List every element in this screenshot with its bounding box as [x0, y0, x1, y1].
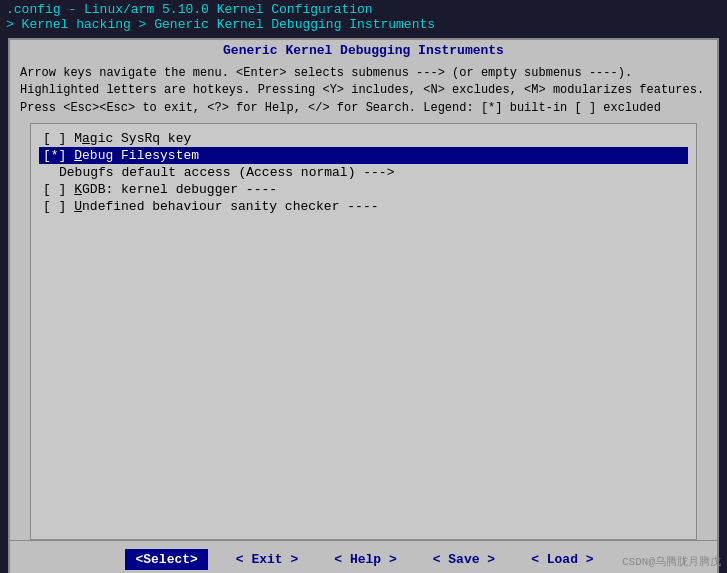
bottom-bar: <Select> < Exit > < Help > < Save > < Lo… — [10, 540, 717, 573]
menu-item-undefined-behaviour[interactable]: [ ] Undefined behaviour sanity checker -… — [39, 198, 688, 215]
breadcrumb: > Kernel hacking > Generic Kernel Debugg… — [6, 17, 435, 32]
main-window: Generic Kernel Debugging Instruments Arr… — [8, 38, 719, 573]
menu-item-debugfs-default[interactable]: Debugfs default access (Access normal) -… — [39, 164, 688, 181]
menu-item-kgdb[interactable]: [ ] KGDB: kernel debugger ---- — [39, 181, 688, 198]
bracket: [ ] — [43, 131, 74, 146]
label: KGDB: kernel debugger ---- — [74, 182, 277, 197]
bracket: [*] — [43, 148, 74, 163]
label: Debug Filesystem — [74, 148, 199, 163]
menu-area: [ ] Magic SysRq key [*] Debug Filesystem… — [30, 123, 697, 540]
select-button[interactable]: <Select> — [125, 549, 207, 570]
label: Undefined behaviour sanity checker ---- — [74, 199, 378, 214]
bracket: [ ] — [43, 182, 74, 197]
app-title: .config - Linux/arm 5.10.0 Kernel Config… — [6, 2, 373, 17]
help-text: Arrow keys navigate the menu. <Enter> se… — [10, 61, 717, 123]
label: Debugfs default access (Access normal) -… — [59, 165, 394, 180]
load-button[interactable]: < Load > — [523, 549, 601, 570]
title-bar: .config - Linux/arm 5.10.0 Kernel Config… — [0, 0, 727, 34]
save-button[interactable]: < Save > — [425, 549, 503, 570]
bracket: [ ] — [43, 199, 74, 214]
label: Magic SysRq key — [74, 131, 191, 146]
window-title: Generic Kernel Debugging Instruments — [10, 40, 717, 61]
watermark: CSDN@乌腾胧月腾戊 — [622, 554, 721, 569]
help-button[interactable]: < Help > — [326, 549, 404, 570]
menu-item-debug-filesystem[interactable]: [*] Debug Filesystem — [39, 147, 688, 164]
exit-button[interactable]: < Exit > — [228, 549, 306, 570]
menu-item-magic-sysrq[interactable]: [ ] Magic SysRq key — [39, 130, 688, 147]
